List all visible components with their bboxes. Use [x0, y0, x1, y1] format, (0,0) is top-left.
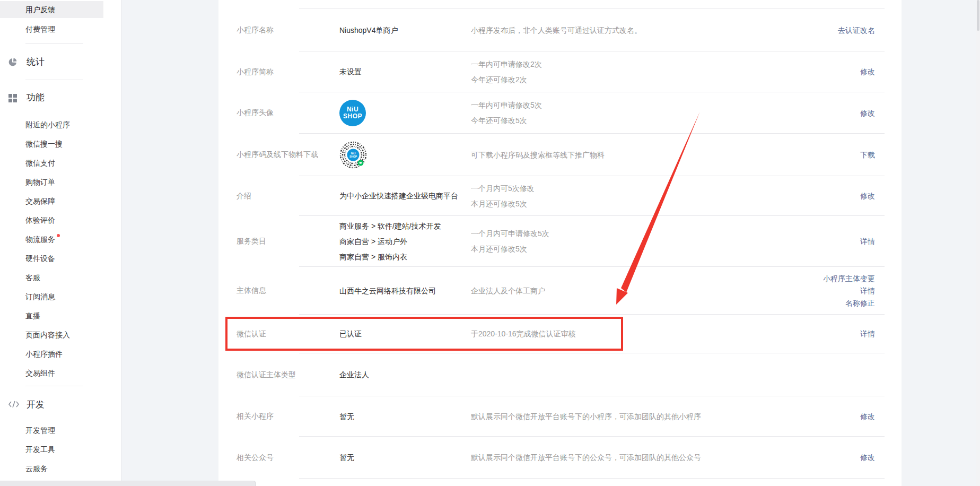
settings-rows: 小程序名称NiushopV4单商户小程序发布后，非个人类账号可通过认证方式改名。…	[218, 9, 902, 479]
row-actions: 修改	[758, 176, 875, 216]
row-note-line: 默认展示同个微信开放平台账号下的小程序，可添加团队的其他小程序	[471, 409, 701, 424]
settings-row-8: 微信认证主体类型企业法人	[218, 353, 902, 396]
settings-row-9: 相关小程序暂无默认展示同个微信开放平台账号下的小程序，可添加团队的其他小程序修改	[218, 396, 902, 437]
sidebar-section-label: 功能	[27, 89, 45, 107]
row-note-lines: 一个月内可5次修改本月还可修改5次	[471, 181, 535, 212]
row-note-line: 今年还可修改5次	[471, 113, 542, 128]
sidebar-item-label: 微信支付	[25, 159, 55, 167]
row-actions-list: 修改	[860, 411, 875, 423]
sidebar-item-f8[interactable]: 客服	[0, 269, 103, 286]
row-note-line: 可下载小程序码及搜索框等线下推广物料	[471, 147, 605, 163]
settings-row-7: 微信认证已认证于2020-10-16完成微信认证审核详情	[218, 315, 902, 353]
row-value: 为中小企业快速搭建企业级电商平台	[339, 176, 469, 216]
sidebar-section-label: 开发	[27, 396, 45, 414]
row-note: 默认展示同个微信开放平台账号下的小程序，可添加团队的其他小程序	[471, 396, 768, 437]
row-note-lines: 企业法人及个体工商户	[471, 283, 545, 299]
action-link[interactable]: 修改	[860, 66, 875, 78]
row-note: 默认展示同个微信开放平台账号下的公众号，可添加团队的其他公众号	[471, 437, 768, 479]
row-divider	[299, 478, 885, 479]
sidebar-item-f4[interactable]: 交易保障	[0, 193, 103, 210]
scrollbar-track[interactable]	[976, 0, 980, 486]
row-actions-list: 下载	[860, 149, 875, 161]
row-label: 主体信息	[237, 267, 332, 315]
action-link[interactable]: 详情	[860, 328, 875, 340]
sidebar-divider	[25, 43, 83, 44]
sidebar-item-d2[interactable]: 云服务	[0, 460, 103, 477]
row-value: 山西牛之云网络科技有限公司	[339, 267, 469, 315]
row-actions-list: 详情	[860, 328, 875, 340]
sidebar-item-d0[interactable]: 开发管理	[0, 422, 103, 439]
row-value-line: 暂无	[339, 409, 354, 424]
sidebar-item-label: 硬件设备	[25, 254, 55, 263]
sidebar-item-label: 付费管理	[25, 25, 55, 33]
row-note: 企业法人及个体工商户	[471, 267, 768, 315]
avatar-text-line: SHOP	[343, 113, 362, 120]
row-actions-list: 修改	[860, 66, 875, 78]
row-note-line: 本月还可修改5次	[471, 196, 535, 212]
row-note: 一年内可申请修改5次今年还可修改5次	[471, 92, 768, 134]
sidebar-item-f2[interactable]: 微信支付	[0, 154, 103, 171]
sidebar-divider	[25, 386, 83, 386]
sidebar-item-f11[interactable]: 页面内容接入	[0, 326, 103, 343]
row-label: 相关小程序	[237, 396, 332, 437]
sidebar-item-label: 物流服务	[25, 235, 55, 244]
sidebar-section-0[interactable]: 统计	[0, 53, 103, 71]
row-label: 小程序简称	[237, 51, 332, 92]
sidebar-item-f9[interactable]: 订阅消息	[0, 288, 103, 305]
action-link[interactable]: 小程序主体变更	[823, 273, 875, 285]
row-label: 服务类目	[237, 216, 332, 267]
row-actions-list: 修改	[860, 107, 875, 119]
scrollbar-thumb[interactable]	[977, 0, 979, 31]
action-link[interactable]: 详情	[860, 285, 875, 297]
row-actions: 修改	[758, 437, 875, 479]
mini-program-avatar: NiUSHOP	[339, 100, 366, 126]
row-actions: 小程序主体变更详情名称修正	[758, 267, 875, 315]
row-label: 小程序名称	[237, 9, 332, 51]
row-value: 暂无	[339, 437, 469, 479]
settings-row-3: 小程序码及线下物料下载 NiU SHOP 可下载小程序码及搜索框等线下推广物料下…	[218, 134, 902, 176]
sidebar-section-2[interactable]: 开发	[0, 396, 103, 414]
settings-row-4: 介绍为中小企业快速搭建企业级电商平台一个月内可5次修改本月还可修改5次修改	[218, 176, 902, 216]
action-link[interactable]: 下载	[860, 149, 875, 161]
sidebar-item-f5[interactable]: 体验评价	[0, 212, 103, 229]
sidebar-item-f6[interactable]: 物流服务	[0, 231, 103, 248]
row-note-line: 一年内可申请修改2次	[471, 57, 542, 72]
action-link[interactable]: 详情	[860, 236, 875, 248]
action-link[interactable]: 名称修正	[845, 297, 875, 309]
action-link[interactable]: 修改	[860, 190, 875, 202]
sidebar-item-label: 小程序插件	[25, 350, 63, 358]
grid-icon	[8, 93, 18, 102]
sidebar-item-f0[interactable]: 附近的小程序	[0, 116, 103, 133]
action-link[interactable]: 修改	[860, 452, 875, 464]
sidebar-item-0[interactable]: 用户反馈	[0, 1, 103, 18]
sidebar-item-d1[interactable]: 开发工具	[0, 441, 103, 458]
row-note-line: 小程序发布后，非个人类账号可通过认证方式改名。	[471, 23, 642, 38]
sidebar-section-1[interactable]: 功能	[0, 89, 103, 107]
row-actions: 详情	[758, 315, 875, 353]
sidebar-item-label: 订阅消息	[25, 292, 55, 301]
row-actions: 详情	[758, 216, 875, 267]
action-link[interactable]: 修改	[860, 107, 875, 119]
action-link[interactable]: 修改	[860, 411, 875, 423]
sidebar-item-f1[interactable]: 微信搜一搜	[0, 135, 103, 152]
row-actions	[758, 353, 875, 396]
sidebar-item-f13[interactable]: 交易组件	[0, 364, 103, 381]
row-label-text: 小程序名称	[237, 25, 274, 35]
svg-text:SHOP: SHOP	[349, 155, 357, 158]
sidebar-item-label: 交易保障	[25, 197, 55, 205]
row-actions: 修改	[758, 92, 875, 134]
row-note-line: 今年还可修改2次	[471, 72, 542, 88]
row-actions: 去认证改名	[758, 9, 875, 51]
row-label-text: 小程序简称	[237, 67, 274, 77]
sidebar-item-f10[interactable]: 直播	[0, 307, 103, 324]
sidebar-item-1[interactable]: 付费管理	[0, 21, 103, 38]
sidebar-item-f7[interactable]: 硬件设备	[0, 250, 103, 267]
row-note-line: 一个月内可5次修改	[471, 181, 535, 196]
row-label-text: 小程序头像	[237, 108, 274, 118]
sidebar-item-f12[interactable]: 小程序插件	[0, 345, 103, 362]
sidebar-item-f3[interactable]: 购物订单	[0, 173, 103, 190]
row-value: NiUSHOP	[339, 92, 469, 134]
action-link[interactable]: 去认证改名	[838, 24, 875, 37]
pie-chart-icon	[8, 57, 18, 67]
row-value-lines: 企业法人	[339, 367, 369, 383]
